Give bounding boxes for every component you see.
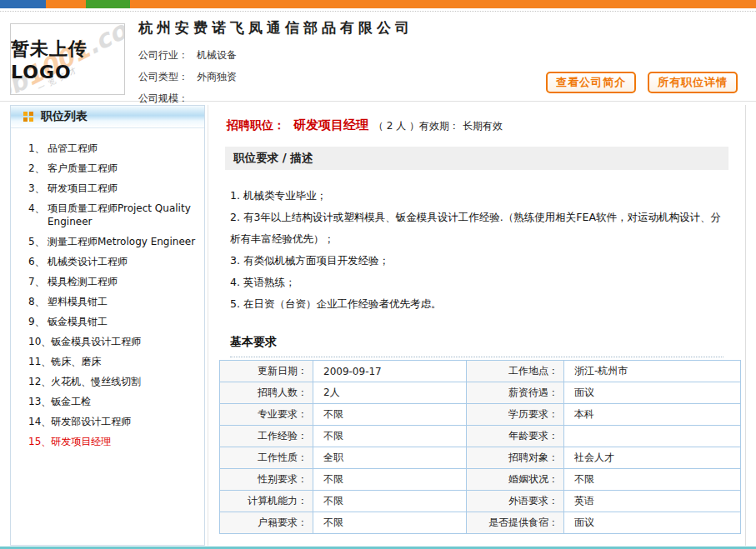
item-number: 2、 (11, 162, 48, 175)
view-company-profile-button[interactable]: 查看公司简介 (546, 72, 636, 93)
company-type-label: 公司类型： (138, 71, 188, 82)
company-industry-row: 公司行业：机械设备 (138, 44, 413, 66)
sidebar-item-job-9[interactable]: 9、钣金模具钳工 (11, 312, 201, 332)
basics-value: 社会人才 (564, 447, 741, 469)
basics-label: 户籍要求： (220, 512, 313, 534)
basics-value: 面议 (564, 512, 741, 534)
sidebar-item-job-7[interactable]: 7、模具检测工程师 (11, 272, 201, 292)
item-number: 10、 (11, 335, 51, 348)
basics-label: 外语要求： (467, 491, 564, 512)
basics-label: 更新日期： (220, 361, 313, 382)
job-list-panel: 职位列表 1、品管工程师 2、客户质量工程师 3、研发项目工程师 4、项目质量工… (10, 105, 205, 546)
item-number: 11、 (11, 355, 51, 368)
item-label: 火花机、慢丝线切割 (51, 375, 201, 388)
topbar-green-segment (86, 0, 130, 8)
item-label: 铣床、磨床 (51, 355, 201, 368)
table-row: 工作性质： 全职 招聘对象： 社会人才 (220, 447, 741, 469)
basics-label: 性别要求： (220, 469, 313, 491)
basics-label: 招聘人数： (220, 382, 313, 404)
sidebar-item-job-11[interactable]: 11、铣床、磨床 (11, 352, 201, 372)
item-label: 机械类设计工程师 (48, 255, 201, 268)
sidebar-item-job-2[interactable]: 2、客户质量工程师 (11, 158, 201, 178)
all-jobs-detail-button[interactable]: 所有职位详情 (648, 72, 738, 93)
basics-value: 本科 (564, 404, 741, 426)
item-number: 13、 (11, 395, 51, 408)
sidebar-item-job-1[interactable]: 1、品管工程师 (11, 138, 201, 158)
basics-label: 工作性质： (220, 447, 313, 469)
table-row: 户籍要求： 不限 是否提供食宿： 面议 (220, 512, 741, 534)
basics-label: 招聘对象： (467, 447, 564, 469)
topbar-orange-segment-2 (130, 0, 756, 8)
sidebar-item-job-8[interactable]: 8、塑料模具钳工 (11, 292, 201, 312)
company-industry-label: 公司行业： (138, 49, 188, 61)
basics-value: 英语 (564, 491, 741, 512)
job-headcount: （ 2 人 ） (373, 120, 419, 132)
item-label: 钣金模具设计工程师 (51, 335, 201, 348)
basics-value: 面议 (564, 382, 741, 404)
item-number: 1、 (11, 142, 48, 155)
basics-value: 不限 (313, 404, 467, 426)
sidebar-item-job-5[interactable]: 5、测量工程师Metrology Engineer (11, 232, 201, 252)
sidebar-item-job-10[interactable]: 10、钣金模具设计工程师 (11, 332, 201, 352)
table-row: 更新日期： 2009-09-17 工作地点： 浙江-杭州市 (220, 361, 741, 382)
basics-value: 不限 (564, 469, 741, 491)
job-description: 1. 机械类专业毕业； 2. 有3年以上结构设计或塑料模具、钣金模具设计工作经验… (230, 185, 722, 315)
top-color-bar (0, 0, 756, 8)
item-number: 6、 (11, 255, 48, 268)
company-logo-placeholder: job1001.com 一览英才 暂未上传LOGO (10, 23, 125, 95)
company-header: job1001.com 一览英才 暂未上传LOGO 杭州安费诺飞凤通信部品有限公… (0, 12, 756, 102)
basics-label: 工作经验： (220, 426, 313, 447)
job-title: 研发项目经理 (293, 117, 368, 132)
basics-value: 不限 (313, 469, 467, 491)
company-size-row: 公司规模： (138, 87, 413, 109)
sidebar-item-job-12[interactable]: 12、火花机、慢丝线切割 (11, 372, 201, 392)
company-industry-value: 机械设备 (197, 49, 237, 61)
basics-value: 2人 (313, 382, 467, 404)
basics-label: 学历要求： (467, 404, 564, 426)
sidebar-item-job-14[interactable]: 14、研发部设计工程师 (11, 412, 201, 432)
basics-value: 全职 (313, 447, 467, 469)
job-title-row: 招聘职位：研发项目经理（ 2 人 ）有效期： 长期有效 (208, 105, 745, 137)
basics-label: 是否提供食宿： (467, 512, 564, 534)
job-list: 1、品管工程师 2、客户质量工程师 3、研发项目工程师 4、项目质量工程师Pro… (11, 128, 204, 452)
requirements-section-header: 职位要求 / 描述 (225, 147, 728, 170)
company-type-value: 外商独资 (197, 71, 237, 82)
basics-value: 2009-09-17 (313, 361, 467, 382)
basics-label: 工作地点： (467, 361, 564, 382)
topbar-blue-segment (0, 0, 46, 8)
item-number: 8、 (11, 295, 48, 308)
grid-icon (23, 112, 33, 122)
item-number: 9、 (11, 315, 48, 328)
basics-value: 不限 (313, 512, 467, 534)
job-list-title: 职位列表 (41, 109, 88, 124)
basics-label: 计算机能力： (220, 491, 313, 512)
basic-requirements-table: 更新日期： 2009-09-17 工作地点： 浙江-杭州市 招聘人数： 2人 薪… (219, 360, 741, 534)
job-detail-panel: 招聘职位：研发项目经理（ 2 人 ）有效期： 长期有效 职位要求 / 描述 1.… (208, 105, 746, 546)
table-row: 专业要求： 不限 学历要求： 本科 (220, 404, 741, 426)
requirement-line: 4. 英语熟练； (230, 272, 722, 293)
basics-value: 不限 (313, 426, 467, 447)
sidebar-item-job-3[interactable]: 3、研发项目工程师 (11, 178, 201, 198)
basics-value (564, 426, 741, 447)
basics-label: 专业要求： (220, 404, 313, 426)
item-label: 研发项目经理 (51, 435, 201, 448)
sidebar-item-job-15-active[interactable]: 15、研发项目经理 (11, 432, 201, 452)
validity-value: 长期有效 (463, 120, 503, 132)
item-number: 14、 (11, 415, 51, 428)
recruiting-position-label: 招聘职位： (227, 118, 285, 132)
item-number: 4、 (11, 202, 48, 228)
company-type-row: 公司类型：外商独资 (138, 66, 413, 87)
basic-requirements-header: 基本要求 (230, 335, 723, 357)
item-label: 品管工程师 (48, 142, 201, 155)
sidebar-item-job-6[interactable]: 6、机械类设计工程师 (11, 252, 201, 272)
company-name: 杭州安费诺飞凤通信部品有限公司 (138, 18, 413, 37)
item-number: 3、 (11, 182, 48, 195)
no-logo-text: 暂未上传LOGO (11, 24, 124, 94)
sidebar-item-job-4[interactable]: 4、项目质量工程师Project Quality Engineer (11, 198, 201, 232)
sidebar-item-job-13[interactable]: 13、钣金工检 (11, 392, 201, 412)
item-label: 研发项目工程师 (48, 182, 201, 195)
item-number: 7、 (11, 275, 48, 288)
item-label: 测量工程师Metrology Engineer (48, 235, 201, 248)
topbar-orange-segment (46, 0, 86, 8)
item-label: 钣金模具钳工 (48, 315, 201, 328)
